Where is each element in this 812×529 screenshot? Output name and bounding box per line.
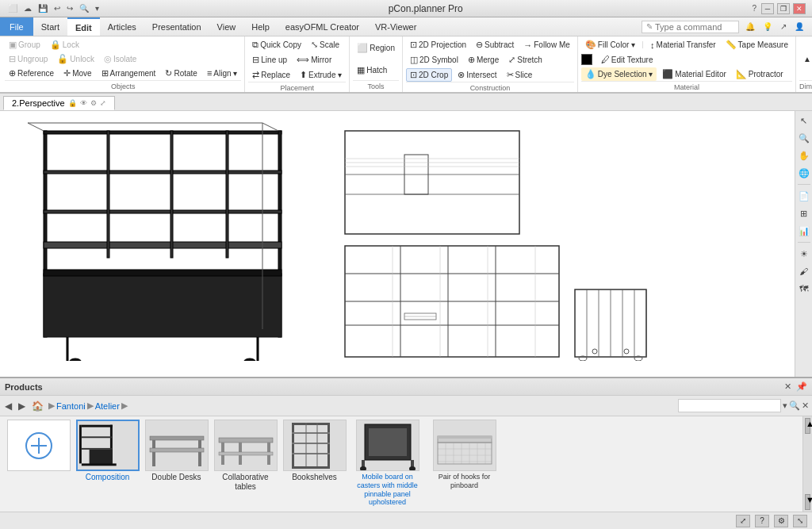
- intersect-btn[interactable]: ⊗ Intersect: [454, 68, 500, 82]
- forward-btn[interactable]: ▶: [17, 401, 27, 412]
- menu-start[interactable]: Start: [33, 17, 67, 36]
- zoom-icon[interactable]: 🔍: [78, 4, 90, 13]
- products-close-btn[interactable]: ✕: [784, 381, 791, 392]
- fill-color-btn[interactable]: 🎨 Fill Color ▾: [581, 38, 639, 52]
- merge-icon: ⊕: [468, 55, 475, 65]
- sun-tool-btn[interactable]: ☀: [796, 246, 812, 262]
- material-transfer-btn[interactable]: ↕ Material Transfer: [646, 39, 720, 52]
- subtract-btn[interactable]: ⊖ Subtract: [472, 38, 518, 52]
- 2d-symbol-btn[interactable]: ◫ 2D Symbol: [406, 53, 462, 67]
- save-icon[interactable]: 💾: [36, 4, 49, 13]
- cursor-tool-btn[interactable]: ↖: [796, 113, 812, 128]
- hand-tool-btn[interactable]: ✋: [796, 148, 812, 163]
- scroll-down-btn[interactable]: ▼: [805, 494, 810, 510]
- command-search[interactable]: ✎: [642, 21, 739, 33]
- group-btn[interactable]: ▣ Group: [5, 38, 44, 52]
- settings-bottom-btn[interactable]: ⚙: [774, 515, 788, 527]
- home-btn[interactable]: 🏠: [30, 401, 45, 412]
- expand-bottom-btn[interactable]: ⤡: [793, 515, 807, 527]
- search-dropdown-btn[interactable]: ▾: [783, 401, 787, 411]
- user-icon[interactable]: 👤: [793, 22, 806, 31]
- zoom-in-tool-btn[interactable]: 🔍: [796, 130, 812, 146]
- bulb-icon[interactable]: 💡: [761, 22, 774, 31]
- document-tool-btn[interactable]: 📄: [796, 188, 812, 204]
- globe-tool-btn[interactable]: 🌐: [796, 165, 812, 181]
- scroll-up-btn[interactable]: ▲: [805, 418, 810, 434]
- stretch-btn[interactable]: ⤢ Stretch: [504, 53, 546, 67]
- 2d-crop-btn[interactable]: ⊡ 2D Crop: [406, 68, 452, 82]
- chart-tool-btn[interactable]: 📊: [796, 223, 812, 239]
- menu-file[interactable]: File: [0, 17, 33, 36]
- tape-measure-btn[interactable]: 📏 Tape Measure: [722, 38, 792, 52]
- search-clear-btn[interactable]: ✕: [802, 401, 809, 411]
- redo-icon[interactable]: ↪: [65, 4, 75, 13]
- products-pin-btn[interactable]: 📌: [796, 381, 807, 392]
- lineup-btn[interactable]: ⊟ Line up: [248, 53, 291, 67]
- perspective-tab[interactable]: 2.Perspective 🔒 👁 ⚙ ⤢: [3, 96, 115, 110]
- mobile-board-item[interactable]: Mobile board on casters with middle pinn…: [350, 420, 425, 507]
- double-desks-item[interactable]: Double Desks: [143, 420, 210, 482]
- restore-btn[interactable]: ❐: [777, 3, 790, 14]
- menu-vr[interactable]: VR-Viewer: [367, 17, 424, 36]
- zoom-fit-bottom-btn[interactable]: ⤢: [736, 515, 750, 527]
- extrude-btn[interactable]: ⬆ Extrude ▾: [296, 68, 346, 82]
- notification-icon[interactable]: 🔔: [744, 22, 756, 31]
- settings-tab-icon[interactable]: ⚙: [90, 99, 97, 107]
- search-go-btn[interactable]: 🔍: [789, 401, 800, 411]
- align-btn[interactable]: ≡ Align ▾: [203, 67, 241, 79]
- composition-item[interactable]: Composition: [74, 420, 141, 482]
- arrangement-btn[interactable]: ⊞ Arrangement: [98, 67, 160, 80]
- pair-of-hooks-item[interactable]: Pair of hooks for pinboard: [427, 420, 502, 490]
- expand-tab-icon[interactable]: ⤢: [100, 99, 106, 107]
- menu-articles[interactable]: Articles: [100, 17, 144, 36]
- map-tool-btn[interactable]: 🗺: [796, 281, 812, 297]
- ungroup-btn[interactable]: ⊟ Ungroup: [5, 52, 52, 66]
- follow-me-btn[interactable]: → Follow Me: [519, 39, 574, 52]
- command-input[interactable]: [655, 22, 734, 32]
- material-editor-btn[interactable]: ⬛ Material Editor: [658, 67, 730, 81]
- edit-texture-btn[interactable]: 🖊 Edit Texture: [597, 53, 657, 66]
- region-btn[interactable]: ⬜ Region: [353, 41, 399, 55]
- protractor-btn[interactable]: 📐 Protractor: [732, 67, 787, 81]
- minimize-btn[interactable]: ─: [761, 3, 774, 14]
- move-btn[interactable]: ✛ Move: [59, 67, 95, 80]
- products-scrollbar[interactable]: ▲ ▼: [802, 416, 812, 512]
- close-btn[interactable]: ✕: [793, 3, 806, 14]
- isolate-btn[interactable]: ◎ Isolate: [100, 52, 140, 66]
- viewport-canvas[interactable]: [0, 111, 795, 377]
- dimensioning-expand-btn[interactable]: ▲: [799, 53, 812, 65]
- menu-help[interactable]: Help: [243, 17, 278, 36]
- slice-btn[interactable]: ✂ Slice: [503, 68, 537, 82]
- hatch-btn[interactable]: ▦ Hatch: [353, 63, 391, 77]
- help-bottom-btn[interactable]: ?: [755, 515, 769, 527]
- mirror-btn[interactable]: ⟺ Mirror: [293, 53, 335, 67]
- brush-tool-btn[interactable]: 🖌: [796, 263, 812, 279]
- help-icon[interactable]: ?: [750, 4, 758, 13]
- add-new-item[interactable]: [5, 420, 72, 471]
- replace-btn[interactable]: ⇄ Replace: [248, 68, 294, 82]
- share-icon[interactable]: ↗: [779, 22, 788, 31]
- dye-selection-btn[interactable]: 💧 Dye Selection ▾: [581, 67, 657, 81]
- products-search-input[interactable]: [678, 399, 781, 412]
- dropdown-arrow[interactable]: ▾: [94, 4, 101, 13]
- breadcrumb-fantoni[interactable]: Fantoni: [56, 401, 86, 411]
- cloud-icon[interactable]: ☁: [22, 4, 33, 13]
- menu-edit[interactable]: Edit: [67, 17, 100, 36]
- reference-btn[interactable]: ⊕ Reference: [5, 67, 58, 80]
- scale-btn[interactable]: ⤡ Scale: [307, 38, 343, 52]
- collaborative-tables-item[interactable]: Collaborative tables: [212, 420, 279, 492]
- unlock-btn[interactable]: 🔓 Unlock: [53, 52, 98, 66]
- rotate-btn[interactable]: ↻ Rotate: [161, 67, 201, 80]
- back-btn[interactable]: ◀: [3, 401, 13, 412]
- 2d-projection-btn[interactable]: ⊡ 2D Projection: [406, 38, 470, 52]
- menu-presentation[interactable]: Presentation: [144, 17, 209, 36]
- menu-view[interactable]: View: [209, 17, 244, 36]
- lock-btn[interactable]: 🔒 Lock: [46, 38, 83, 52]
- breadcrumb-atelier[interactable]: Atelier: [95, 401, 120, 411]
- menu-easyofml[interactable]: easyOFML Creator: [278, 17, 367, 36]
- merge-btn[interactable]: ⊕ Merge: [464, 53, 503, 67]
- quick-copy-btn[interactable]: ⧉ Quick Copy: [248, 38, 305, 52]
- bookshelves-item[interactable]: Bookshelves: [281, 420, 348, 482]
- undo-icon[interactable]: ↩: [52, 4, 62, 13]
- layers-tool-btn[interactable]: ⊞: [796, 205, 812, 221]
